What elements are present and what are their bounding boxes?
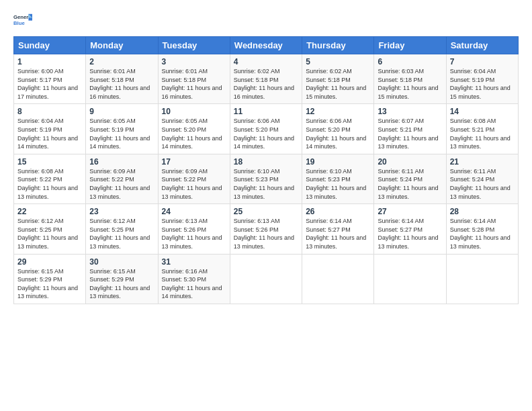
- calendar-cell: 5Sunrise: 6:02 AMSunset: 5:18 PMDaylight…: [302, 54, 374, 104]
- day-info: Sunrise: 6:02 AMSunset: 5:18 PMDaylight:…: [234, 67, 298, 101]
- day-info: Sunrise: 6:05 AMSunset: 5:19 PMDaylight:…: [89, 117, 154, 150]
- calendar-week-2: 8Sunrise: 6:04 AMSunset: 5:19 PMDaylight…: [14, 104, 519, 154]
- calendar-cell: [446, 254, 518, 304]
- day-number: 16: [89, 157, 154, 167]
- day-info: Sunrise: 6:08 AMSunset: 5:21 PMDaylight:…: [450, 117, 515, 150]
- day-number: 15: [17, 157, 82, 167]
- calendar-cell: 24Sunrise: 6:13 AMSunset: 5:26 PMDayligh…: [158, 204, 230, 254]
- calendar-cell: 31Sunrise: 6:16 AMSunset: 5:30 PMDayligh…: [158, 254, 230, 304]
- day-number: 25: [234, 207, 298, 216]
- calendar-cell: [302, 254, 374, 304]
- calendar-body: 1Sunrise: 6:00 AMSunset: 5:17 PMDaylight…: [14, 54, 519, 304]
- day-header-monday: Monday: [86, 37, 158, 54]
- calendar-week-1: 1Sunrise: 6:00 AMSunset: 5:17 PMDaylight…: [14, 54, 519, 104]
- calendar-cell: 16Sunrise: 6:09 AMSunset: 5:22 PMDayligh…: [86, 154, 158, 203]
- day-info: Sunrise: 6:02 AMSunset: 5:18 PMDaylight:…: [306, 67, 370, 101]
- calendar-cell: 3Sunrise: 6:01 AMSunset: 5:18 PMDaylight…: [158, 54, 230, 104]
- calendar-cell: 29Sunrise: 6:15 AMSunset: 5:29 PMDayligh…: [14, 254, 86, 304]
- day-info: Sunrise: 6:14 AMSunset: 5:28 PMDaylight:…: [450, 217, 515, 250]
- day-info: Sunrise: 6:06 AMSunset: 5:20 PMDaylight:…: [234, 117, 298, 150]
- day-info: Sunrise: 6:11 AMSunset: 5:24 PMDaylight:…: [450, 167, 515, 201]
- day-number: 30: [89, 257, 154, 267]
- day-number: 31: [162, 257, 226, 267]
- day-number: 19: [306, 157, 370, 167]
- day-info: Sunrise: 6:09 AMSunset: 5:22 PMDaylight:…: [89, 167, 154, 201]
- calendar-cell: 22Sunrise: 6:12 AMSunset: 5:25 PMDayligh…: [14, 204, 86, 254]
- day-number: 28: [450, 207, 515, 216]
- day-info: Sunrise: 6:04 AMSunset: 5:19 PMDaylight:…: [17, 117, 82, 150]
- day-info: Sunrise: 6:10 AMSunset: 5:23 PMDaylight:…: [306, 167, 370, 201]
- calendar-week-5: 29Sunrise: 6:15 AMSunset: 5:29 PMDayligh…: [14, 254, 519, 304]
- day-number: 11: [234, 107, 298, 116]
- calendar-cell: 18Sunrise: 6:10 AMSunset: 5:23 PMDayligh…: [230, 154, 302, 203]
- day-number: 29: [17, 257, 82, 267]
- calendar-cell: 25Sunrise: 6:13 AMSunset: 5:26 PMDayligh…: [230, 204, 302, 254]
- calendar-cell: 9Sunrise: 6:05 AMSunset: 5:19 PMDaylight…: [86, 104, 158, 154]
- page: General Blue SundayMondayTuesdayWednesda…: [0, 0, 532, 411]
- calendar-cell: 11Sunrise: 6:06 AMSunset: 5:20 PMDayligh…: [230, 104, 302, 154]
- day-number: 22: [17, 207, 82, 216]
- calendar-cell: 20Sunrise: 6:11 AMSunset: 5:24 PMDayligh…: [374, 154, 446, 203]
- calendar-cell: 10Sunrise: 6:05 AMSunset: 5:20 PMDayligh…: [158, 104, 230, 154]
- day-info: Sunrise: 6:04 AMSunset: 5:19 PMDaylight:…: [450, 67, 515, 101]
- day-header-tuesday: Tuesday: [158, 37, 230, 54]
- day-header-friday: Friday: [374, 37, 446, 54]
- svg-text:Blue: Blue: [13, 20, 25, 26]
- day-number: 7: [450, 57, 515, 66]
- day-number: 20: [378, 157, 442, 167]
- day-info: Sunrise: 6:10 AMSunset: 5:23 PMDaylight:…: [234, 167, 298, 201]
- calendar-cell: [374, 254, 446, 304]
- day-info: Sunrise: 6:16 AMSunset: 5:30 PMDaylight:…: [162, 267, 226, 301]
- day-info: Sunrise: 6:15 AMSunset: 5:29 PMDaylight:…: [89, 267, 154, 301]
- calendar-cell: 30Sunrise: 6:15 AMSunset: 5:29 PMDayligh…: [86, 254, 158, 304]
- day-info: Sunrise: 6:14 AMSunset: 5:27 PMDaylight:…: [378, 217, 442, 250]
- calendar-week-4: 22Sunrise: 6:12 AMSunset: 5:25 PMDayligh…: [14, 204, 519, 254]
- calendar: SundayMondayTuesdayWednesdayThursdayFrid…: [13, 36, 519, 304]
- calendar-cell: 7Sunrise: 6:04 AMSunset: 5:19 PMDaylight…: [446, 54, 518, 104]
- calendar-cell: 26Sunrise: 6:14 AMSunset: 5:27 PMDayligh…: [302, 204, 374, 254]
- day-header-sunday: Sunday: [14, 37, 86, 54]
- calendar-cell: 2Sunrise: 6:01 AMSunset: 5:18 PMDaylight…: [86, 54, 158, 104]
- day-number: 3: [162, 57, 226, 66]
- day-info: Sunrise: 6:14 AMSunset: 5:27 PMDaylight:…: [306, 217, 370, 250]
- day-number: 27: [378, 207, 442, 216]
- day-number: 1: [17, 57, 82, 66]
- day-info: Sunrise: 6:07 AMSunset: 5:21 PMDaylight:…: [378, 117, 442, 150]
- day-info: Sunrise: 6:06 AMSunset: 5:20 PMDaylight:…: [306, 117, 370, 150]
- day-header-thursday: Thursday: [302, 37, 374, 54]
- day-number: 5: [306, 57, 370, 66]
- day-number: 9: [89, 107, 154, 116]
- calendar-cell: 19Sunrise: 6:10 AMSunset: 5:23 PMDayligh…: [302, 154, 374, 203]
- day-number: 26: [306, 207, 370, 216]
- day-number: 8: [17, 107, 82, 116]
- day-info: Sunrise: 6:13 AMSunset: 5:26 PMDaylight:…: [234, 217, 298, 250]
- calendar-cell: 27Sunrise: 6:14 AMSunset: 5:27 PMDayligh…: [374, 204, 446, 254]
- day-info: Sunrise: 6:01 AMSunset: 5:18 PMDaylight:…: [89, 67, 154, 101]
- logo-icon: General Blue: [13, 12, 32, 31]
- day-info: Sunrise: 6:11 AMSunset: 5:24 PMDaylight:…: [378, 167, 442, 201]
- day-info: Sunrise: 6:00 AMSunset: 5:17 PMDaylight:…: [17, 67, 82, 101]
- day-number: 12: [306, 107, 370, 116]
- day-info: Sunrise: 6:12 AMSunset: 5:25 PMDaylight:…: [89, 217, 154, 250]
- calendar-cell: 8Sunrise: 6:04 AMSunset: 5:19 PMDaylight…: [14, 104, 86, 154]
- calendar-cell: 6Sunrise: 6:03 AMSunset: 5:18 PMDaylight…: [374, 54, 446, 104]
- calendar-cell: [230, 254, 302, 304]
- day-number: 6: [378, 57, 442, 66]
- day-number: 14: [450, 107, 515, 116]
- day-number: 24: [162, 207, 226, 216]
- day-number: 4: [234, 57, 298, 66]
- header: General Blue: [13, 12, 519, 31]
- day-number: 21: [450, 157, 515, 167]
- calendar-cell: 23Sunrise: 6:12 AMSunset: 5:25 PMDayligh…: [86, 204, 158, 254]
- day-number: 10: [162, 107, 226, 116]
- day-header-saturday: Saturday: [446, 37, 518, 54]
- day-info: Sunrise: 6:08 AMSunset: 5:22 PMDaylight:…: [17, 167, 82, 201]
- day-number: 2: [89, 57, 154, 66]
- day-number: 23: [89, 207, 154, 216]
- calendar-cell: 17Sunrise: 6:09 AMSunset: 5:22 PMDayligh…: [158, 154, 230, 203]
- day-info: Sunrise: 6:15 AMSunset: 5:29 PMDaylight:…: [17, 267, 82, 301]
- calendar-cell: 13Sunrise: 6:07 AMSunset: 5:21 PMDayligh…: [374, 104, 446, 154]
- day-number: 17: [162, 157, 226, 167]
- calendar-header-row: SundayMondayTuesdayWednesdayThursdayFrid…: [14, 37, 519, 54]
- calendar-cell: 15Sunrise: 6:08 AMSunset: 5:22 PMDayligh…: [14, 154, 86, 203]
